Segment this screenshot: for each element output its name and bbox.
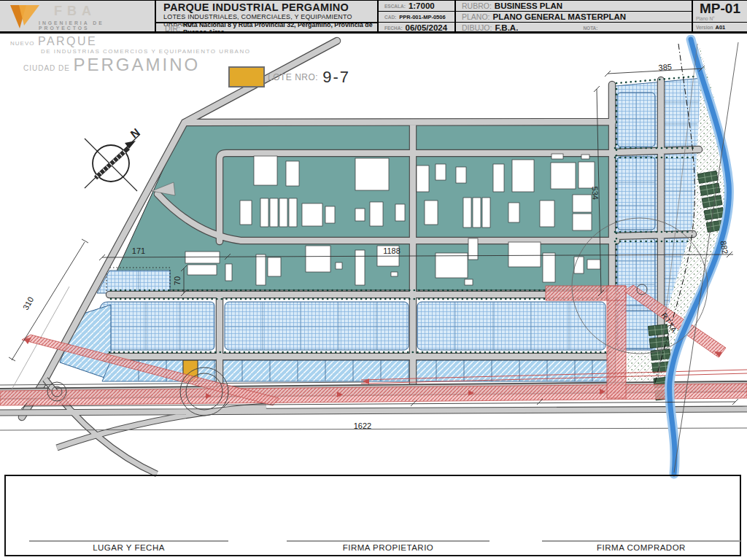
fecha-value: 06/05/2024 — [406, 23, 448, 31]
cad-value: PPR-001-MP-0506 — [399, 14, 445, 20]
lot-legend: LOTE NRO: 9-7 — [228, 66, 350, 88]
dim-385: 385 — [658, 62, 672, 71]
dibujo-value: F.B.A. — [495, 23, 518, 31]
signature-field-firma-propietario: FIRMA PROPIETARIO — [287, 540, 489, 552]
dir-value: Ruta Nacional 8 y Ruta Provincial 32, Pe… — [183, 21, 377, 31]
project-cell: PARQUE INDUSTRIAL PERGAMINO LOTES INDUST… — [156, 1, 379, 31]
rubro-label: RUBRO: — [462, 1, 492, 10]
version-value: A01 — [715, 24, 725, 31]
north-compass: N — [85, 125, 142, 191]
legend-value: 9-7 — [322, 68, 350, 87]
legend-swatch — [228, 66, 265, 88]
dir-label: DIR: — [165, 24, 180, 31]
cad-label: CAD: — [384, 15, 396, 20]
dim-70: 70 — [173, 276, 182, 285]
sheet-code: MP-01 — [693, 1, 747, 17]
sheet-code-label: Plano N° — [693, 17, 747, 21]
dibujo-label: DIBUJO: — [462, 23, 492, 31]
legend-label: LOTE NRO: — [268, 72, 318, 82]
brand-tagline: INGENIERIA DE PROYECTOS — [39, 20, 155, 31]
watermark-big-3: PERGAMINO — [73, 55, 200, 74]
signature-line — [287, 540, 489, 542]
signature-field-lugar-y-fecha: LUGAR Y FECHA — [29, 540, 228, 552]
watermark-prefix-1: NUEVO — [10, 40, 34, 47]
company-logo-icon — [9, 4, 41, 31]
rubro-value: BUSINESS PLAN — [495, 1, 562, 10]
watermark-big-1: PARQUE — [38, 35, 97, 47]
sheet-cell: MP-01 Plano N° Version A01 — [693, 1, 747, 31]
title-block: FBA INGENIERIA DE PROYECTOS PARQUE INDUS… — [0, 0, 747, 34]
dim-171: 171 — [132, 246, 145, 255]
meta-cell-right: RUBRO: BUSINESS PLAN PLANO: PLANO GENERA… — [456, 1, 693, 31]
masterplan-sheet: { "title_block": { "logo": { "brand": "F… — [0, 0, 747, 560]
dim-1622: 1622 — [354, 421, 371, 430]
signature-label: LUGAR Y FECHA — [29, 543, 228, 552]
plano-label: PLANO: — [462, 12, 490, 21]
escala-value: 1:7000 — [409, 1, 435, 10]
signature-line — [542, 540, 740, 542]
signature-block: LUGAR Y FECHA FIRMA PROPIETARIO FIRMA CO… — [4, 475, 741, 556]
signature-field-firma-comprador: FIRMA COMPRADOR — [542, 540, 740, 552]
project-watermark: NUEVO PARQUE DE INDUSTRIAS COMERCIOS Y E… — [10, 36, 250, 74]
logo-cell: FBA INGENIERIA DE PROYECTOS — [0, 1, 156, 31]
version-label: Version — [696, 25, 713, 30]
dim-1188: 1188 — [383, 246, 400, 255]
north-label: N — [128, 125, 142, 140]
brand-name: FBA — [54, 4, 96, 19]
watermark-line-2: DE INDUSTRIAS COMERCIOS Y EQUIPAMIENTO U… — [41, 49, 250, 55]
signature-label: FIRMA PROPIETARIO — [287, 543, 489, 552]
escala-label: ESCALA: — [384, 4, 406, 9]
dim-310: 310 — [21, 295, 36, 311]
signature-label: FIRMA COMPRADOR — [542, 543, 740, 552]
plano-value: PLANO GENERAL MASTERPLAN — [493, 12, 627, 21]
dim-534: 534 — [591, 186, 600, 200]
meta-cell-left: ESCALA: 1:7000 CAD: PPR-001-MP-0506 FECH… — [379, 1, 456, 31]
fecha-label: FECHA: — [384, 26, 403, 31]
project-title: PARQUE INDUSTRIAL PERGAMINO — [163, 2, 377, 13]
watermark-prefix-3: CIUDAD DE — [23, 64, 70, 72]
nota-label: NOTA: — [583, 26, 597, 31]
signature-line — [29, 540, 228, 542]
